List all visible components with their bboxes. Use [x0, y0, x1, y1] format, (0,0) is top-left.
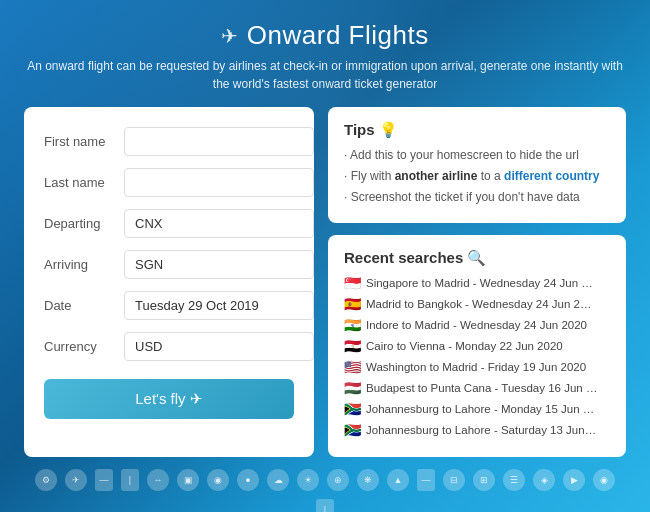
footer-icon-menu[interactable]: ☰	[503, 469, 525, 491]
recent-item[interactable]: 🇿🇦Johannesburg to Lahore - Monday 15 Jun…	[344, 401, 610, 417]
tip-2: · Fly with another airline to a differen…	[344, 168, 610, 185]
arriving-input[interactable]	[124, 250, 314, 279]
recent-item[interactable]: 🇮🇳Indore to Madrid - Wednesday 24 Jun 20…	[344, 317, 610, 333]
arriving-row: Arriving	[44, 250, 294, 279]
tip-3: · Screenshot the ticket if you don't hav…	[344, 189, 610, 206]
currency-label: Currency	[44, 339, 124, 354]
date-label: Date	[44, 298, 124, 313]
flag-icon: 🇺🇸	[344, 359, 361, 375]
footer-icon-diamond: ◈	[533, 469, 555, 491]
recent-item-text: Washington to Madrid - Friday 19 Jun 202…	[366, 361, 586, 373]
flag-icon: 🇭🇺	[344, 380, 361, 396]
recent-card: Recent searches 🔍 🇸🇬Singapore to Madrid …	[328, 235, 626, 457]
page-subtitle: An onward flight can be requested by air…	[24, 57, 626, 93]
first-name-label: First name	[44, 134, 124, 149]
flag-icon: 🇸🇬	[344, 275, 361, 291]
recent-item[interactable]: 🇺🇸Washington to Madrid - Friday 19 Jun 2…	[344, 359, 610, 375]
footer-icons: ⚙ ✈ — | ↔ ▣ ◉ ● ☁ ☀ ⊕ ❋ ▲ — ⊟ ⊞ ☰ ◈ ▶ ◉ …	[24, 469, 626, 512]
recent-item-text: Cairo to Vienna - Monday 22 Jun 2020	[366, 340, 563, 352]
tips-card: Tips 💡 · Add this to your homescreen to …	[328, 107, 626, 223]
recent-item[interactable]: 🇭🇺Budapest to Punta Cana - Tuesday 16 Ju…	[344, 380, 610, 396]
last-name-row: Last name	[44, 168, 294, 197]
footer-icon-bar: |	[121, 469, 139, 491]
recent-item-text: Indore to Madrid - Wednesday 24 Jun 2020	[366, 319, 587, 331]
flag-icon: 🇮🇳	[344, 317, 361, 333]
footer-icon-flower[interactable]: ❋	[357, 469, 379, 491]
footer-icon-bar2: |	[316, 499, 334, 512]
departing-label: Departing	[44, 216, 124, 231]
currency-input[interactable]	[124, 332, 314, 361]
header: ✈ Onward Flights An onward flight can be…	[24, 20, 626, 93]
recent-item-text: Madrid to Bangkok - Wednesday 24 Jun 2…	[366, 298, 591, 310]
tips-title: Tips 💡	[344, 121, 610, 139]
footer-icon-plane[interactable]: ✈	[65, 469, 87, 491]
last-name-input[interactable]	[124, 168, 314, 197]
flag-icon: 🇪🇸	[344, 296, 361, 312]
recent-item-text: Budapest to Punta Cana - Tuesday 16 Jun …	[366, 382, 597, 394]
first-name-input[interactable]	[124, 127, 314, 156]
footer-icon-circle2: ◉	[593, 469, 615, 491]
footer-icon-settings[interactable]: ⚙	[35, 469, 57, 491]
date-row: Date	[44, 291, 294, 320]
currency-row: Currency	[44, 332, 294, 361]
fly-button[interactable]: Let's fly ✈	[44, 379, 294, 419]
recent-item[interactable]: 🇪🇬Cairo to Vienna - Monday 22 Jun 2020	[344, 338, 610, 354]
plane-icon: ✈	[221, 24, 239, 48]
arriving-label: Arriving	[44, 257, 124, 272]
date-input[interactable]	[124, 291, 314, 320]
recent-item[interactable]: 🇸🇬Singapore to Madrid - Wednesday 24 Jun…	[344, 275, 610, 291]
footer-icon-cloud[interactable]: ☁	[267, 469, 289, 491]
departing-row: Departing	[44, 209, 294, 238]
footer-icon-plus[interactable]: ⊕	[327, 469, 349, 491]
footer-icon-grid[interactable]: ▣	[177, 469, 199, 491]
tip-1: · Add this to your homescreen to hide th…	[344, 147, 610, 164]
footer-icon-sun[interactable]: ☀	[297, 469, 319, 491]
footer-icon-triangle: ▲	[387, 469, 409, 491]
first-name-row: First name	[44, 127, 294, 156]
recent-item-text: Johannesburg to Lahore - Saturday 13 Jun…	[366, 424, 596, 436]
footer-icon-exchange[interactable]: ↔	[147, 469, 169, 491]
last-name-label: Last name	[44, 175, 124, 190]
flag-icon: 🇿🇦	[344, 401, 361, 417]
footer-icon-plus-box[interactable]: ⊞	[473, 469, 495, 491]
recent-list: 🇸🇬Singapore to Madrid - Wednesday 24 Jun…	[344, 275, 610, 438]
footer-icon-circle1: ◉	[207, 469, 229, 491]
footer-icon-dash2: —	[417, 469, 435, 491]
recent-item[interactable]: 🇪🇸Madrid to Bangkok - Wednesday 24 Jun 2…	[344, 296, 610, 312]
recent-item-text: Singapore to Madrid - Wednesday 24 Jun …	[366, 277, 593, 289]
recent-searches-title: Recent searches 🔍	[344, 249, 610, 267]
flag-icon: 🇪🇬	[344, 338, 361, 354]
right-panel: Tips 💡 · Add this to your homescreen to …	[328, 107, 626, 457]
flag-icon: 🇿🇦	[344, 422, 361, 438]
form-card: First name Last name Departing Arriving …	[24, 107, 314, 457]
page-title: ✈ Onward Flights	[24, 20, 626, 51]
footer-icon-play[interactable]: ▶	[563, 469, 585, 491]
recent-item[interactable]: 🇿🇦Johannesburg to Lahore - Saturday 13 J…	[344, 422, 610, 438]
departing-input[interactable]	[124, 209, 314, 238]
footer-icon-dash: —	[95, 469, 113, 491]
recent-item-text: Johannesburg to Lahore - Monday 15 Jun …	[366, 403, 594, 415]
footer-icon-dot: ●	[237, 469, 259, 491]
main-area: First name Last name Departing Arriving …	[24, 107, 626, 457]
footer-icon-minus-box[interactable]: ⊟	[443, 469, 465, 491]
